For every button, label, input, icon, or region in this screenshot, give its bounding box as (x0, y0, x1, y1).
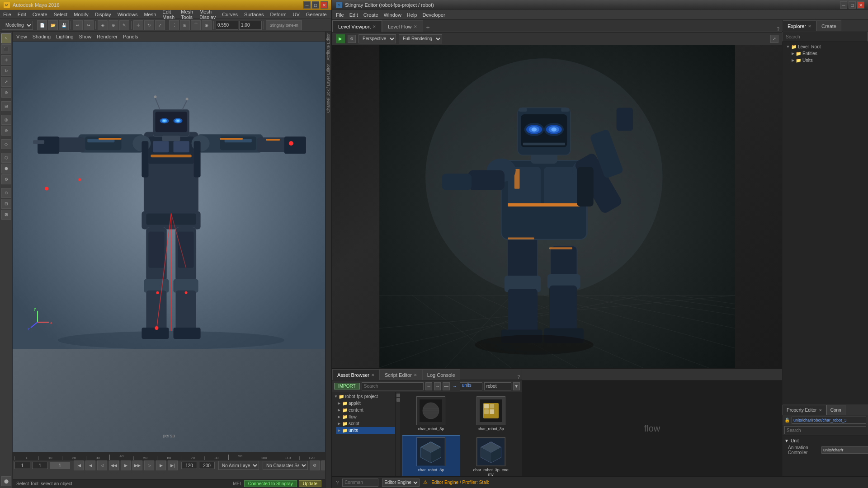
asset-item-2[interactable]: char_robot_3p (462, 394, 520, 433)
level-flow-tab[interactable]: Level Flow ✕ (382, 20, 423, 32)
grid-snap-btn[interactable]: ⊞ (180, 20, 190, 30)
level-viewport-tab-close[interactable]: ✕ (373, 24, 376, 29)
timeline-skip-end-btn[interactable]: ▶| (168, 460, 178, 470)
stingray-menu-edit[interactable]: Edit (349, 12, 358, 18)
anim-options-btn[interactable]: ⚙ (310, 460, 320, 470)
add-tab-btn[interactable]: + (423, 22, 433, 32)
ab-tree-script[interactable]: ▶ 📁 script (336, 420, 395, 427)
explorer-tab[interactable]: Explorer ✕ (783, 20, 816, 31)
script-editor-tab[interactable]: Script Editor ✕ (380, 369, 422, 380)
ab-back-btn[interactable]: ← (425, 382, 432, 390)
toolbar-val1-input[interactable] (216, 21, 238, 30)
ab-tree-root[interactable]: ▼ 📁 robot-fps-project (332, 393, 395, 400)
maya-menu-uv[interactable]: UV (292, 12, 301, 17)
scale-tool-btn[interactable]: ⤢ (1, 77, 11, 87)
renderer-menu[interactable]: Renderer (97, 34, 118, 39)
timeline-frame-input[interactable] (32, 462, 48, 469)
maya-menu-create[interactable]: Create (31, 12, 49, 17)
scale-btn[interactable]: ⤢ (155, 20, 165, 30)
stingray-play-btn[interactable]: ▶ (336, 34, 345, 43)
lighting-menu[interactable]: Lighting (56, 34, 74, 39)
ab-tree-appkit[interactable]: ▶ 📁 appkit (336, 400, 395, 407)
prop-conn-tab[interactable]: Conn (826, 405, 845, 415)
select-btn[interactable]: ◈ (98, 20, 108, 30)
maya-menu-edit-mesh[interactable]: Edit Mesh (161, 9, 176, 20)
flow-content-area[interactable]: flow (522, 380, 782, 476)
snap-together-btn[interactable]: ⊞ (1, 101, 11, 111)
level-flow-tab-close[interactable]: ✕ (414, 24, 417, 29)
ab-tree-flow[interactable]: ▶ 📁 flow (336, 413, 395, 420)
maya-menu-mesh[interactable]: Mesh (142, 12, 157, 17)
timeline-end-input[interactable] (181, 462, 197, 469)
ab-import-btn[interactable]: IMPORT (334, 383, 360, 389)
show-manip-btn[interactable]: ◇ (1, 139, 11, 149)
stingray-help-btn[interactable]: ? (336, 480, 339, 485)
script-editor-tab-close[interactable]: ✕ (414, 373, 417, 377)
level-viewport-tab[interactable]: Level Viewport ✕ (332, 20, 382, 32)
stingray-console-input[interactable] (342, 479, 378, 487)
asset-item-3[interactable]: char_robot_3p (402, 435, 460, 476)
stingray-render-select[interactable]: Full Rendering (399, 34, 442, 43)
maya-menu-display[interactable]: Display (94, 12, 113, 17)
ipr-render-btn[interactable]: ⬢ (1, 164, 11, 174)
maya-menu-generate[interactable]: Generate (305, 12, 328, 17)
open-btn[interactable]: 📂 (48, 20, 58, 30)
maya-minimize-btn[interactable]: ─ (303, 1, 311, 9)
mini-timeline[interactable]: 1 10 20 30 40 50 60 70 80 90 100 110 (13, 452, 325, 460)
select-tool-btn[interactable]: ↖ (1, 33, 11, 43)
exp-entities[interactable]: ▶ 📁 Entities (790, 50, 866, 57)
maya-menu-edit[interactable]: Edit (16, 12, 28, 17)
view-menu[interactable]: View (16, 34, 27, 39)
stingray-close-btn[interactable]: ✕ (857, 1, 864, 9)
asset-browser-tab[interactable]: Asset Browser ✕ (332, 369, 380, 380)
timeline-skip-start-btn[interactable]: |◀ (74, 460, 84, 470)
exp-level-root[interactable]: ▼ 📁 Level_Root (784, 43, 866, 50)
quick-layout-btn[interactable]: ⊠ (1, 210, 11, 220)
asset-browser-help-btn[interactable]: ? (515, 375, 522, 380)
save-btn[interactable]: 💾 (59, 20, 69, 30)
create-tab[interactable]: Create (816, 20, 841, 31)
update-btn[interactable]: Update (299, 480, 321, 487)
prop-anim-value[interactable] (821, 446, 868, 454)
ab-scroll-icon-1[interactable] (396, 394, 400, 397)
explorer-tab-close[interactable]: ✕ (808, 24, 811, 28)
paint-btn[interactable]: ✎ (119, 20, 129, 30)
stingray-menu-developer[interactable]: Developer (422, 12, 445, 18)
prop-search-input[interactable] (784, 426, 866, 434)
connected-stingray-btn[interactable]: Connected to Stingray (244, 480, 297, 487)
ab-filter-input[interactable] (484, 382, 511, 390)
maya-menu-modify[interactable]: Modify (72, 12, 90, 17)
sculpt-btn[interactable]: ⊛ (1, 126, 11, 136)
asset-item-4[interactable]: char_robot_3p_enemy (462, 435, 520, 476)
redo-btn[interactable]: ↪ (84, 20, 94, 30)
anim-layer-select[interactable]: No Anim Layer (218, 461, 259, 470)
soft-mod-btn[interactable]: ◎ (1, 115, 11, 125)
toolbar-val2-input[interactable] (239, 21, 262, 30)
paint-select-btn[interactable]: ⬛ (1, 44, 11, 54)
timeline-play-back-btn[interactable]: ◀◀ (109, 460, 119, 470)
maya-menu-file[interactable]: File (2, 12, 13, 17)
arnold-icon[interactable]: ⬤ (1, 476, 11, 486)
stingray-3d-viewport[interactable] (332, 45, 782, 368)
maya-menu-select[interactable]: Select (52, 12, 69, 17)
show-menu[interactable]: Show (79, 34, 92, 39)
stingray-menu-help[interactable]: Help (407, 12, 417, 18)
stingray-menu-file[interactable]: File (336, 12, 344, 18)
maya-menu-surfaces[interactable]: Surfaces (243, 12, 265, 17)
stingray-camera-select[interactable]: Perspective (359, 34, 396, 43)
stingray-tone-btn[interactable]: Stingray tone-m (266, 20, 302, 30)
channel-box-tab[interactable]: Channel Box / Layer Editor (326, 62, 331, 115)
transform-tool-btn[interactable]: ⊕ (1, 88, 11, 98)
stingray-menu-create[interactable]: Create (363, 12, 378, 18)
ab-tree-content[interactable]: ▶ 📁 content (336, 407, 395, 413)
undo-btn[interactable]: ↩ (73, 20, 83, 30)
maya-menu-mesh-tools[interactable]: Mesh Tools (179, 9, 194, 20)
maya-menu-deform[interactable]: Deform (269, 12, 288, 17)
layout-btn[interactable]: ⊟ (1, 199, 11, 209)
timeline-next-frame-btn[interactable]: ▶ (156, 460, 166, 470)
timeline-start-input[interactable] (14, 462, 30, 469)
stingray-maximize-btn[interactable]: □ (849, 1, 856, 9)
maya-menu-windows[interactable]: Windows (116, 12, 139, 17)
stingray-expand-btn[interactable]: ⤢ (770, 35, 778, 43)
lasso-btn[interactable]: ⊕ (108, 20, 118, 30)
